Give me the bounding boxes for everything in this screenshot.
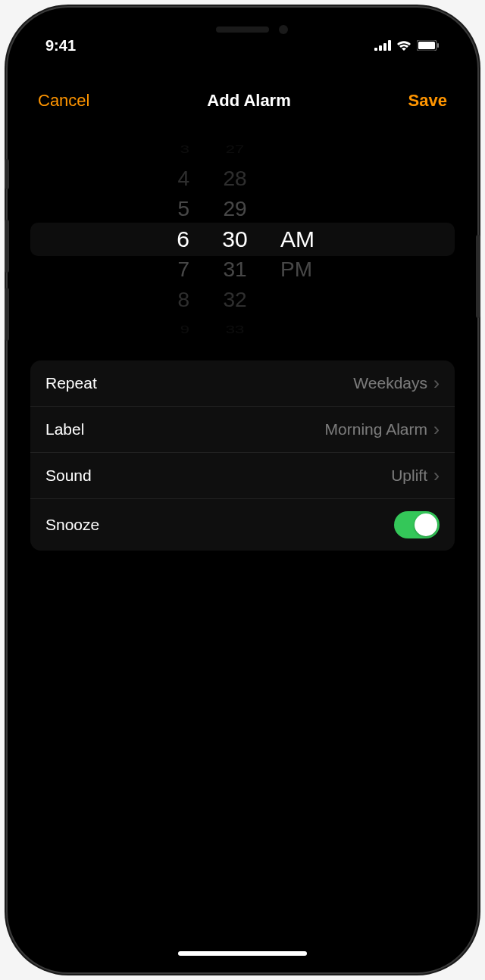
toggle-knob <box>415 513 437 536</box>
repeat-value: Weekdays <box>353 374 427 392</box>
svg-rect-2 <box>383 43 386 51</box>
label-label: Label <box>45 420 84 439</box>
minute-selected[interactable]: 30 <box>222 224 247 254</box>
hour-option[interactable]: 9 <box>180 320 189 340</box>
hour-option[interactable]: 4 <box>177 164 189 194</box>
period-picker-column[interactable]: - - - AM PM - - <box>280 141 341 338</box>
minute-option[interactable]: 27 <box>226 139 244 160</box>
label-value: Morning Alarm <box>325 420 427 439</box>
svg-rect-1 <box>379 45 382 51</box>
screen: 9:41 <box>15 15 470 965</box>
device-frame: 9:41 <box>8 8 477 972</box>
save-button[interactable]: Save <box>408 91 447 111</box>
notch <box>159 15 326 44</box>
chevron-right-icon: › <box>433 373 440 394</box>
label-row[interactable]: Label Morning Alarm › <box>30 407 455 453</box>
minute-option[interactable]: 29 <box>223 194 246 224</box>
cancel-button[interactable]: Cancel <box>38 91 89 111</box>
home-indicator[interactable] <box>178 951 307 956</box>
hour-selected[interactable]: 6 <box>177 224 189 254</box>
cellular-signal-icon <box>374 40 391 51</box>
volume-down-button <box>5 288 9 341</box>
minute-option[interactable]: 32 <box>223 285 246 315</box>
snooze-row: Snooze <box>30 499 455 551</box>
period-selected[interactable]: AM <box>280 224 314 254</box>
sound-row[interactable]: Sound Uplift › <box>30 453 455 499</box>
hour-option[interactable]: 8 <box>177 285 189 315</box>
minute-option[interactable]: 33 <box>226 320 244 340</box>
snooze-label: Snooze <box>45 516 99 534</box>
volume-up-button <box>5 220 9 273</box>
power-button <box>476 235 480 318</box>
speaker-grille <box>216 27 269 33</box>
minute-picker-column[interactable]: 27 28 29 30 31 32 33 <box>212 141 258 338</box>
snooze-toggle[interactable] <box>394 511 440 538</box>
minute-option[interactable]: 31 <box>223 254 246 285</box>
period-option[interactable]: PM <box>280 254 312 285</box>
sound-value-wrap: Uplift › <box>391 465 440 486</box>
repeat-row[interactable]: Repeat Weekdays › <box>30 360 455 407</box>
status-time: 9:41 <box>45 37 76 55</box>
page-title: Add Alarm <box>207 91 290 111</box>
alarm-settings-list: Repeat Weekdays › Label Morning Alarm › … <box>30 360 455 551</box>
hour-option[interactable]: 3 <box>180 139 189 160</box>
chevron-right-icon: › <box>433 465 440 486</box>
svg-rect-0 <box>374 48 377 51</box>
minute-option[interactable]: 28 <box>223 164 246 194</box>
sound-label: Sound <box>45 467 92 485</box>
wifi-icon <box>396 40 411 51</box>
svg-rect-6 <box>437 43 439 48</box>
svg-rect-3 <box>388 40 391 51</box>
chevron-right-icon: › <box>433 419 440 440</box>
hour-option[interactable]: 5 <box>177 194 189 224</box>
time-picker[interactable]: 3 4 5 6 7 8 9 27 28 29 30 31 32 33 <box>15 141 470 338</box>
sound-value: Uplift <box>391 467 427 485</box>
label-value-wrap: Morning Alarm › <box>325 419 440 440</box>
nav-bar: Cancel Add Alarm Save <box>15 61 470 126</box>
repeat-label: Repeat <box>45 374 97 392</box>
hour-picker-column[interactable]: 3 4 5 6 7 8 9 <box>144 141 189 338</box>
hour-option[interactable]: 7 <box>177 254 189 285</box>
mute-switch <box>5 159 9 189</box>
front-camera <box>279 25 288 34</box>
status-icons <box>374 40 440 51</box>
repeat-value-wrap: Weekdays › <box>353 373 440 394</box>
battery-icon <box>417 40 440 51</box>
picker-columns: 3 4 5 6 7 8 9 27 28 29 30 31 32 33 <box>144 141 341 338</box>
svg-rect-5 <box>418 42 435 49</box>
